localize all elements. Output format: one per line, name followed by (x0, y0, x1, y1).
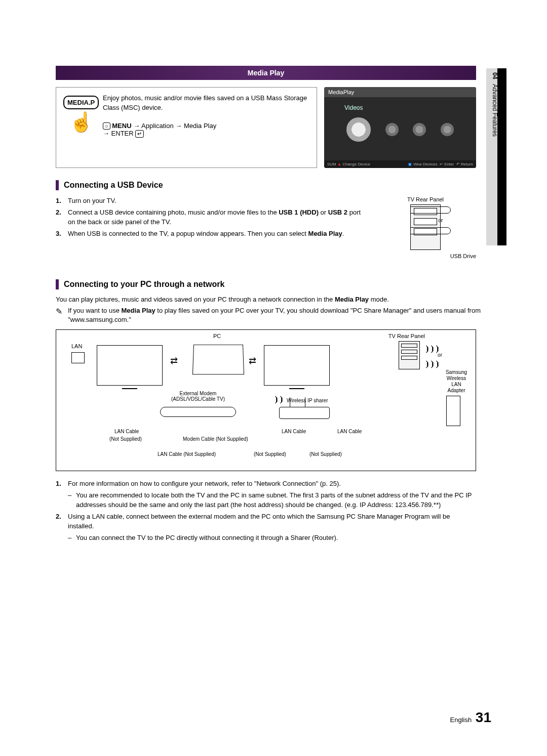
lan-cable-label: LAN Cable (337, 429, 362, 434)
ext-modem-label: External Modem (ADSL/VDSL/Cable TV) (163, 391, 233, 402)
mp-bottom-right: ◼ View Devices ↵ Enter ↶ Return (408, 162, 473, 166)
hand-icon: ☝ (63, 112, 99, 132)
wifi-icon: ⦘⦘⦘ (425, 359, 440, 369)
adapter-label: Samsung Wireless LAN Adapter (442, 369, 471, 394)
usb-step-3: When USB is connected to the TV, a popup… (56, 229, 365, 239)
menu-path-menu: MENU (112, 122, 131, 130)
t: You can play pictures, music and videos … (56, 296, 335, 303)
lan-cable-ns-label: LAN Cable (Not Supplied) (158, 451, 216, 457)
t: or (319, 208, 328, 216)
photo-icon (413, 123, 426, 136)
remote-key-icon: ○ (103, 122, 110, 130)
chapter-number: 04 (491, 72, 498, 79)
arrows-icon: ⇄ (249, 355, 256, 366)
lan-cable-label: LAN Cable (114, 429, 139, 434)
or-label: or (410, 218, 471, 223)
chapter-tab-accent (497, 68, 506, 245)
tv-rear-panel-icon (399, 341, 420, 369)
mp-tab-videos: Videos (344, 104, 363, 111)
net-step-2-sub: You can connect the TV to the PC directl… (68, 533, 476, 543)
net-step-2: Using a LAN cable, connect between the e… (56, 512, 476, 543)
t: Connect a USB device containing photo, m… (68, 208, 279, 216)
wifi-icon: ⦘⦘ (274, 395, 284, 404)
settings-icon (441, 123, 454, 136)
mp-bottom-bar: SUM ▲ Change Device ◼ View Devices ↵ Ent… (324, 160, 476, 168)
usb-plug-icon (410, 227, 451, 234)
pc-label: PC (213, 333, 221, 339)
film-reel-icon (346, 117, 371, 142)
mp-return: Return (461, 162, 473, 166)
section-heading-usb: Connecting a USB Device (56, 180, 496, 190)
t: . (342, 230, 344, 237)
router-icon (279, 407, 330, 419)
usb-step-1: Turn on your TV. (56, 196, 365, 206)
usb-step-2: Connect a USB device containing photo, m… (56, 208, 365, 227)
mediaplay-screenshot: MediaPlay Videos SUM ▲ Change Device ◼ V… (324, 87, 476, 168)
laptop-icon (192, 345, 244, 374)
enter-key-icon: ↵ (135, 130, 144, 138)
t: Adapter (447, 388, 465, 393)
footer-lang: English (450, 716, 472, 724)
mp-bottom-left: SUM ▲ Change Device (327, 162, 370, 166)
or-label: or (438, 352, 442, 358)
chapter-title: Advanced Features (491, 84, 498, 137)
t: Media Play (335, 296, 369, 303)
footer-page: 31 (476, 709, 491, 725)
network-steps: For more information on how to configure… (56, 479, 476, 542)
menu-path-enter: → ENTER (103, 130, 134, 137)
t: Wireless (447, 375, 466, 381)
usb-diagram-title: TV Rear Panel (375, 196, 476, 202)
page-footer: English 31 (450, 709, 491, 726)
lan-port-icon (71, 352, 85, 363)
t: (ADSL/VDSL/Cable TV) (171, 396, 225, 402)
tv-icon (264, 345, 330, 386)
menu-path-rest: → Application → Media Play (132, 122, 217, 130)
t: LAN (451, 382, 461, 387)
remote-icon: MEDIA.P ☝ (63, 96, 99, 132)
music-icon (385, 123, 399, 136)
modem-icon (160, 407, 236, 417)
usb-drive-label: USB Drive (375, 253, 476, 259)
pc-note: If you want to use Media Play to play fi… (56, 306, 496, 324)
modem-cable-label: Modem Cable (Not Supplied) (183, 436, 248, 442)
t: Media Play (122, 307, 155, 314)
pc-intro: You can play pictures, music and videos … (56, 296, 496, 303)
ns-label: (Not Supplied) (309, 451, 342, 457)
mp-sum: SUM (327, 162, 336, 166)
usb-steps: Turn on your TV. Connect a USB device co… (56, 196, 365, 259)
net-step-1-sub: You are recommended to locate both the T… (68, 491, 476, 510)
section-banner: Media Play (56, 66, 476, 80)
intro-box: MEDIA.P ☝ Enjoy photos, music and/or mov… (56, 87, 317, 168)
mp-view: View Devices (413, 162, 438, 166)
menu-path: ○ MENU → Application → Media Play → ENTE… (103, 122, 309, 138)
intro-description: Enjoy photos, music and/or movie files s… (103, 94, 309, 113)
usb-diagram: TV Rear Panel or USB Drive (375, 196, 476, 259)
t: USB 2 (328, 208, 347, 216)
usb-plug-icon (410, 206, 451, 214)
mp-icons (339, 117, 461, 142)
t: USB 1 (HDD) (279, 208, 319, 216)
t: For more information on how to configure… (68, 480, 341, 487)
chapter-tab: 04 Advanced Features (486, 68, 506, 245)
section-title: Connecting to your PC through a network (64, 280, 224, 289)
media-p-button: MEDIA.P (63, 96, 99, 109)
t: When USB is connected to the TV, a popup… (68, 230, 308, 237)
t: Media Play (308, 230, 342, 237)
rear-label: TV Rear Panel (388, 333, 425, 339)
usb-plugs: or (410, 206, 471, 252)
t: Samsung (446, 369, 467, 375)
section-heading-pc: Connecting to your PC through a network (56, 279, 496, 289)
lan-label: LAN (71, 343, 82, 349)
net-step-1: For more information on how to configure… (56, 479, 476, 510)
intro-row: MEDIA.P ☝ Enjoy photos, music and/or mov… (56, 87, 476, 168)
mp-title: MediaPlay (324, 87, 476, 97)
wireless-label: Wireless IP sharer (287, 398, 328, 403)
t: Using a LAN cable, connect between the e… (68, 513, 450, 530)
arrows-icon: ⇄ (170, 355, 178, 366)
mp-enter: Enter (444, 162, 454, 166)
t: If you want to use (68, 307, 122, 314)
ns-label: (Not Supplied) (254, 451, 286, 457)
mp-change: Change Device (342, 162, 370, 166)
t: mode. (369, 296, 389, 303)
section-title: Connecting a USB Device (64, 181, 163, 190)
